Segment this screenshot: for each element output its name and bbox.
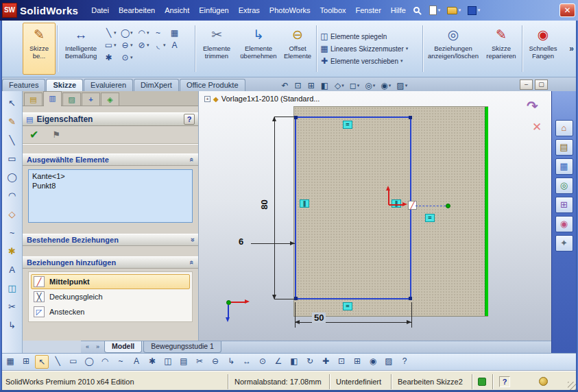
hide-show-icon[interactable]: ◎▾ (365, 81, 375, 90)
menu-item[interactable]: Einfügen (194, 3, 233, 17)
relation-icon[interactable]: ⊙ (256, 355, 269, 369)
menu-item[interactable]: Fenster (351, 3, 386, 17)
selection-listbox[interactable]: Kante<1>Punkt8 (28, 169, 193, 223)
dimension-width[interactable]: 50 (312, 313, 326, 323)
sketch-entity-icon[interactable]: ✎ (5, 114, 20, 129)
sketch-vertex[interactable] (409, 116, 412, 119)
polygon-icon[interactable]: ◇ (5, 206, 20, 221)
mirror-entities-button[interactable]: ◫ Elemente spiegeln (318, 30, 421, 42)
trim-icon[interactable]: ✂ (5, 299, 20, 314)
circle-tool-button[interactable]: ◯▾ (119, 27, 136, 39)
rectangle-icon[interactable]: ▭ (67, 355, 80, 369)
menu-item[interactable]: Ansicht (160, 3, 194, 17)
relation-badge[interactable]: = (425, 214, 435, 222)
scene-icon[interactable]: ▨ (382, 355, 396, 369)
sketch-vertex[interactable] (409, 297, 412, 300)
quick-snaps-button[interactable]: ◉ Schnelles Fangen (524, 23, 562, 75)
add-relations-section-header[interactable]: Beziehungen hinzufügen « (23, 256, 198, 269)
pan-icon[interactable]: ✚ (319, 355, 333, 369)
search-results-icon[interactable]: ◎ (555, 177, 573, 194)
custom-properties-icon[interactable]: ✦ (555, 235, 573, 252)
zoom-fit-icon[interactable]: ⊡ (335, 355, 348, 369)
pushpin-icon[interactable]: ⚑ (52, 130, 60, 140)
mirror-icon[interactable]: ◫ (5, 280, 20, 295)
menu-item[interactable]: Bearbeiten (114, 3, 160, 17)
ok-check-icon[interactable]: ✔ (29, 128, 38, 141)
configuration-manager-tab[interactable]: ▨ (62, 93, 81, 106)
line-tool-button[interactable]: ╲▾ (103, 27, 119, 39)
pattern-icon[interactable]: ▤ (177, 355, 191, 369)
close-button[interactable]: ✕ (559, 3, 575, 17)
line-icon[interactable]: ╲ (51, 355, 64, 369)
toolbar-overflow-button[interactable]: » (566, 42, 577, 55)
point-icon[interactable]: ✱ (5, 243, 20, 258)
dimension-offset[interactable]: 6 (239, 236, 243, 247)
fillet-tool-button[interactable]: ◟▾ (152, 39, 169, 51)
splitter-left-icon[interactable]: « (82, 341, 93, 353)
dropdown-caret-icon[interactable] (459, 8, 465, 13)
exit-sketch-button[interactable]: ✎ Skizze be... (23, 23, 56, 75)
design-library-icon[interactable]: ▤ (555, 139, 573, 156)
convert-icon[interactable]: ↳ (224, 355, 238, 369)
graphics-area[interactable]: + ◆ Vorlage1x1-2010 (Standard... 80 6 (199, 91, 551, 341)
relation-coincident-button[interactable]: ╳ Deckungsgleich (31, 289, 190, 304)
text-icon[interactable]: A (5, 262, 20, 277)
dimension-icon[interactable]: ↔ (240, 355, 254, 369)
ribbon-tab[interactable]: DimXpert (134, 79, 179, 91)
repair-sketch-button[interactable]: ✎ Skizze reparieren (482, 23, 520, 75)
relation-midpoint-button[interactable]: ╱ Mittelpunkt (31, 274, 190, 289)
selected-edge-highlight[interactable] (485, 107, 488, 316)
point-tool-button[interactable]: ✱ (103, 51, 119, 64)
convert-entities-button[interactable]: ↳ Elemente übernehmen (237, 23, 280, 75)
ribbon-tab[interactable]: Office Produkte (180, 79, 245, 91)
sketch-vertex[interactable] (294, 297, 298, 300)
dimxpert-manager-tab[interactable]: + (82, 93, 100, 106)
section-view-icon[interactable]: ◧ (321, 81, 329, 90)
ribbon-tab[interactable]: Features (2, 79, 45, 91)
mirror-icon[interactable]: ◫ (161, 355, 175, 369)
display-manager-tab[interactable]: ◈ (101, 93, 119, 106)
trim-icon[interactable]: ✂ (193, 355, 206, 369)
display-relations-button[interactable]: ◎ Beziehungen anzeigen/löschen (424, 23, 482, 75)
menu-item[interactable]: Datei (86, 3, 114, 17)
motion-tab[interactable]: Bewegungsstudie 1 (143, 341, 221, 353)
splitter-right-icon[interactable]: » (93, 341, 103, 353)
tree-expander-icon[interactable]: + (204, 96, 210, 102)
appearance-icon[interactable]: ◉ (366, 355, 380, 369)
offset-icon[interactable]: ⊖ (208, 355, 222, 369)
zoom-area-icon[interactable]: ⊞ (308, 81, 315, 90)
origin-y-axis[interactable] (388, 190, 389, 205)
offset-entities-button[interactable]: ⊖ Offset Elemente (280, 23, 315, 75)
zoom-area-icon[interactable]: ⊞ (350, 355, 364, 369)
origin-x-axis[interactable] (389, 204, 402, 206)
rectangle-tool-button[interactable]: ▭▾ (103, 39, 119, 51)
save-icon[interactable] (468, 6, 477, 15)
spline-icon[interactable]: ~ (114, 355, 128, 369)
smart-dimension-button[interactable]: ↔ Intelligente Bemaßung (59, 23, 103, 75)
menu-item[interactable]: Hilfe (386, 3, 411, 17)
ellipse-tool-button[interactable]: ⊘▾ (136, 39, 152, 51)
menu-item[interactable]: PhotoWorks (265, 3, 315, 17)
snap-icon[interactable]: ⊞ (19, 355, 33, 369)
zoom-fit-icon[interactable]: ⊡ (295, 81, 302, 90)
arc-icon[interactable]: ◠ (98, 355, 112, 369)
dropdown-caret-icon[interactable] (478, 8, 484, 13)
text-tool-button[interactable]: A (169, 39, 185, 51)
open-icon[interactable] (447, 7, 457, 14)
circle-icon[interactable]: ◯ (5, 169, 20, 184)
motion-tab[interactable]: Modell (104, 341, 142, 353)
selection-list-item[interactable]: Kante<1> (29, 171, 192, 181)
sketch-rectangle[interactable] (295, 117, 411, 299)
quick-tips-help-button[interactable]: ? (499, 376, 510, 387)
confirm-exit-sketch-icon[interactable]: ↷ (527, 98, 538, 114)
relation-badge[interactable]: ∥ (392, 199, 401, 208)
select-icon[interactable]: ↖ (35, 355, 49, 369)
relation-badge[interactable]: ∥ (300, 199, 309, 208)
appearances-icon[interactable]: ◉ (555, 216, 573, 232)
relation-badge[interactable]: = (343, 302, 352, 310)
arc-icon[interactable]: ◠ (5, 188, 20, 203)
trim-entities-button[interactable]: ✂ Elemente trimmen (197, 23, 237, 75)
relation-badge[interactable]: = (343, 121, 352, 129)
spline-icon[interactable]: ~ (5, 225, 20, 240)
feature-tree-item[interactable]: + ◆ Vorlage1x1-2010 (Standard... (204, 95, 320, 103)
